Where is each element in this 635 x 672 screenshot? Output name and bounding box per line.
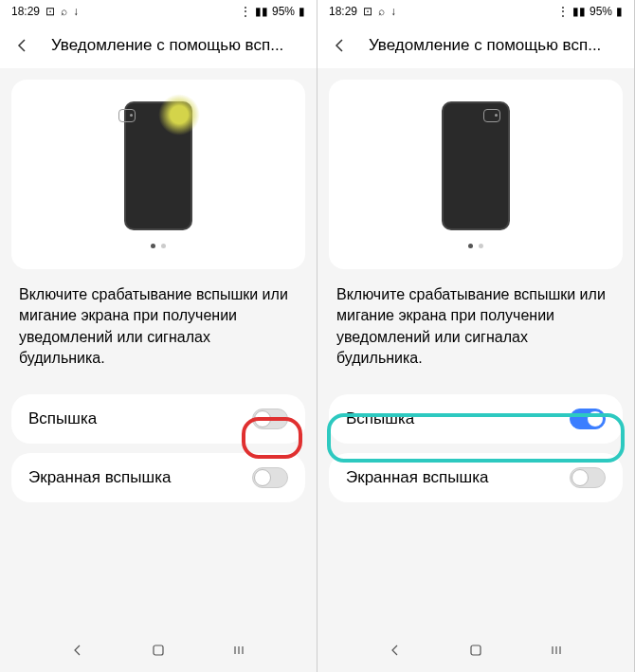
battery-icon: ▮ [299, 5, 305, 18]
header: Уведомление с помощью всп... [318, 23, 634, 68]
dot [161, 244, 166, 248]
status-bar: 18:29 ⊡ ⌕ ↓ ⋮ ▮▮ 95% ▮ [318, 0, 634, 23]
status-time: 18:29 [11, 5, 40, 18]
screen-flash-toggle[interactable] [252, 467, 288, 488]
phone-mockup [124, 101, 192, 230]
screen-right: 18:29 ⊡ ⌕ ↓ ⋮ ▮▮ 95% ▮ Уведомление с пом… [318, 0, 635, 672]
signal-icon: ▮▮ [572, 5, 586, 18]
signal-icon: ▮▮ [255, 5, 268, 18]
flash-glow-icon [158, 94, 200, 136]
dot [479, 244, 483, 248]
phone-status-icon: ↓ [73, 5, 79, 18]
search-status-icon: ⌕ [61, 5, 67, 18]
screen-left: 18:29 ⊡ ⌕ ↓ ⋮ ▮▮ 95% ▮ Уведомление с пом… [0, 0, 318, 672]
flash-toggle[interactable] [570, 409, 606, 429]
status-time: 18:29 [329, 5, 357, 18]
back-button[interactable] [323, 28, 357, 63]
screen-flash-label: Экранная вспышка [346, 468, 488, 487]
flash-label: Вспышка [28, 409, 97, 428]
battery-icon: ▮ [616, 5, 623, 18]
phone-mockup [442, 101, 510, 230]
screen-flash-label: Экранная вспышка [28, 468, 171, 487]
page-title: Уведомление с помощью всп... [369, 36, 628, 55]
status-bar: 18:29 ⊡ ⌕ ↓ ⋮ ▮▮ 95% ▮ [0, 0, 317, 23]
screen-flash-toggle[interactable] [570, 467, 606, 488]
search-status-icon: ⌕ [378, 5, 385, 18]
wifi-icon: ⋮ [240, 5, 251, 18]
status-icon: ⊡ [363, 5, 372, 18]
nav-back-icon[interactable] [389, 644, 402, 661]
svg-rect-1 [471, 645, 481, 655]
preview-card[interactable] [11, 80, 305, 269]
camera-module-icon [118, 109, 136, 122]
nav-home-icon[interactable] [152, 644, 165, 661]
nav-recent-icon[interactable] [550, 644, 563, 661]
wifi-icon: ⋮ [557, 5, 569, 18]
screen-flash-setting-row[interactable]: Экранная вспышка [11, 453, 305, 502]
header: Уведомление с помощью всп... [0, 23, 317, 68]
dot-active [468, 244, 473, 248]
nav-recent-icon[interactable] [232, 644, 245, 661]
flash-toggle[interactable] [252, 409, 288, 429]
nav-bar [318, 632, 634, 672]
dot-active [151, 244, 155, 248]
phone-status-icon: ↓ [390, 5, 396, 18]
screen-flash-setting-row[interactable]: Экранная вспышка [329, 453, 623, 502]
status-battery: 95% [272, 5, 295, 18]
nav-home-icon[interactable] [469, 644, 482, 661]
flash-label: Вспышка [346, 409, 414, 428]
flash-setting-row[interactable]: Вспышка [11, 394, 305, 444]
nav-back-icon[interactable] [71, 644, 84, 661]
camera-module-icon [483, 109, 500, 122]
status-battery: 95% [590, 5, 612, 18]
flash-setting-row[interactable]: Вспышка [329, 394, 623, 444]
back-icon [333, 38, 348, 53]
svg-rect-0 [154, 645, 163, 655]
page-indicator [468, 244, 483, 248]
nav-bar [0, 632, 317, 672]
page-indicator [151, 244, 166, 248]
preview-card[interactable] [329, 80, 623, 269]
page-title: Уведомление с помощью всп... [51, 36, 311, 55]
status-icon: ⊡ [45, 5, 55, 18]
description-text: Включите срабатывание вспышки или мигани… [0, 269, 317, 385]
description-text: Включите срабатывание вспышки или мигани… [318, 269, 634, 385]
back-icon [15, 38, 30, 53]
back-button[interactable] [6, 28, 40, 63]
